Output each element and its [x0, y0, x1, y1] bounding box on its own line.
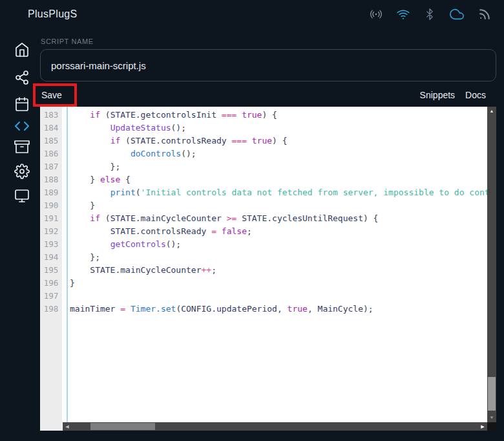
monitor-icon — [14, 188, 30, 204]
line-number: 195 — [40, 264, 62, 277]
snippets-link[interactable]: Snippets — [420, 90, 455, 100]
line-number: 185 — [40, 134, 62, 147]
rss-icon — [478, 8, 491, 21]
line-number: 187 — [40, 160, 62, 173]
line-number: 198 — [40, 303, 62, 316]
code-line[interactable]: 183 if (STATE.getcontrolsInit === true) … — [40, 109, 487, 122]
sidebar-item-display[interactable] — [14, 188, 30, 204]
home-icon — [14, 42, 30, 58]
sidebar-item-settings[interactable] — [14, 164, 30, 179]
archive-icon — [14, 139, 30, 155]
scroll-down-arrow[interactable]: ▼ — [487, 414, 496, 422]
scroll-left-arrow[interactable]: ◀ — [63, 422, 71, 431]
scroll-right-arrow[interactable]: ▶ — [479, 422, 487, 431]
code-line[interactable]: 189 print('Initial controls data not fet… — [40, 186, 487, 199]
save-button[interactable]: Save — [41, 90, 62, 100]
code-icon — [14, 118, 30, 134]
line-number: 193 — [40, 238, 62, 251]
vertical-scroll-thumb[interactable] — [488, 377, 496, 411]
code-line-content: STATE.controlsReady = false; — [62, 225, 252, 238]
line-number: 188 — [40, 173, 62, 186]
sidebar-item-integrations[interactable] — [14, 70, 30, 85]
code-line-content: mainTimer = Timer.set(CONFIG.updatePerio… — [62, 303, 373, 316]
code-line-content: print('Initial controls data not fetched… — [62, 186, 487, 199]
code-editor[interactable]: 183 if (STATE.getcontrolsInit === true) … — [40, 107, 496, 431]
code-line[interactable]: 186 doControls(); — [40, 147, 487, 160]
code-line[interactable]: 184 UpdateStatus(); — [40, 122, 487, 134]
code-line-content: } — [62, 277, 75, 290]
code-line[interactable]: 192 STATE.controlsReady = false; — [40, 225, 487, 238]
code-line-content: UpdateStatus(); — [62, 122, 186, 134]
scrollbar-corner — [487, 422, 496, 431]
status-icon-bar — [370, 0, 491, 28]
code-line-content: }; — [62, 251, 100, 264]
code-line-content: if (STATE.mainCycleCounter >= STATE.cycl… — [62, 212, 378, 225]
code-line[interactable]: 195 STATE.mainCycleCounter++; — [40, 264, 487, 277]
sidebar — [0, 28, 40, 441]
line-number: 184 — [40, 122, 62, 134]
code-line[interactable]: 198mainTimer = Timer.set(CONFIG.updatePe… — [40, 303, 487, 316]
line-number: 196 — [40, 277, 62, 290]
radio-icon — [370, 8, 383, 21]
code-line-content: getControls(); — [62, 238, 181, 251]
line-number: 186 — [40, 147, 62, 160]
horizontal-scrollbar[interactable]: ◀ ▶ — [63, 422, 487, 431]
code-line-content: } else { — [62, 173, 131, 186]
sidebar-item-archive[interactable] — [14, 139, 30, 155]
app-header: PlusPlugS — [0, 0, 504, 28]
code-area[interactable]: 183 if (STATE.getcontrolsInit === true) … — [40, 109, 487, 422]
script-name-label: SCRIPT NAME — [41, 38, 94, 45]
vertical-scrollbar[interactable]: ▲ ▼ — [487, 107, 496, 422]
code-line[interactable]: 193 getControls(); — [40, 238, 487, 251]
code-line-content: doControls(); — [62, 147, 196, 160]
code-line-content: STATE.mainCycleCounter++; — [62, 264, 216, 277]
bluetooth-icon — [424, 8, 436, 20]
calendar-icon — [14, 96, 30, 112]
cloud-icon — [450, 7, 464, 21]
code-line-content: } — [62, 199, 95, 212]
code-line-content: if (STATE.controlsReady === true) { — [62, 134, 288, 147]
line-number: 197 — [40, 290, 62, 303]
docs-link[interactable]: Docs — [465, 90, 486, 100]
line-number: 191 — [40, 212, 62, 225]
line-number: 194 — [40, 251, 62, 264]
line-number: 183 — [40, 109, 62, 122]
editor-toolbar-links: Snippets Docs — [420, 90, 486, 100]
code-line[interactable]: 188 } else { — [40, 173, 487, 186]
code-line[interactable]: 194 }; — [40, 251, 487, 264]
sidebar-item-home[interactable] — [14, 42, 30, 58]
gear-icon — [14, 164, 30, 179]
line-number: 190 — [40, 199, 62, 212]
code-line[interactable]: 196} — [40, 277, 487, 290]
code-line[interactable]: 185 if (STATE.controlsReady === true) { — [40, 134, 487, 147]
script-name-input[interactable] — [40, 49, 496, 81]
code-line[interactable]: 191 if (STATE.mainCycleCounter >= STATE.… — [40, 212, 487, 225]
wifi-icon — [397, 8, 410, 21]
line-number: 192 — [40, 225, 62, 238]
code-line[interactable]: 190 } — [40, 199, 487, 212]
code-line[interactable]: 187 }; — [40, 160, 487, 173]
share-nodes-icon — [14, 70, 30, 85]
line-number: 189 — [40, 186, 62, 199]
horizontal-scroll-thumb[interactable] — [90, 423, 155, 430]
sidebar-item-calendar[interactable] — [14, 96, 30, 112]
code-line-content: }; — [62, 160, 120, 173]
app-title: PlusPlugS — [28, 0, 78, 28]
scroll-up-arrow[interactable]: ▲ — [487, 107, 496, 115]
code-line-content: if (STATE.getcontrolsInit === true) { — [62, 109, 277, 122]
code-line[interactable]: 197 — [40, 290, 487, 303]
sidebar-item-code[interactable] — [14, 118, 30, 134]
